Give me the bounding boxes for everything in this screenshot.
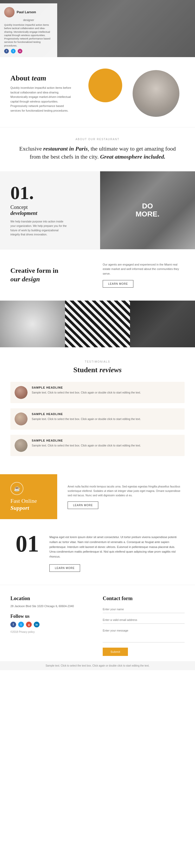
follow-icons: f t g in [10,622,92,627]
testimonial-avatar-2 [15,412,28,426]
support-right: Amet nulla facilisi morbi tempus iaculis… [57,474,195,519]
images-row [0,301,195,347]
feature-right: DOMORE. [100,171,195,249]
creative-section: Creative form inour design Our agents ar… [0,249,195,301]
twitter-follow-icon[interactable]: t [18,622,24,627]
location-address: 28 Jackson Blvd Ste 1020 Chicago IL 6060… [10,604,92,609]
image-dark [130,301,195,347]
bottom-bar-text: Sample text. Click to select the text bo… [46,664,149,667]
linkedin-follow-icon[interactable]: in [34,622,39,627]
number-feature-number: 01 [16,532,39,556]
location-heading: Location [10,595,92,601]
testimonial-headline-3: SAMPLE HEADLINE [32,439,141,442]
avatar [4,7,15,18]
testimonials-section: TESTIMONIALS Student reviews SAMPLE HEAD… [0,347,195,474]
about-heading: About team [10,74,128,83]
support-heading: Fast OnlineSupport [10,498,47,512]
support-section: ☕ Fast OnlineSupport Amet nulla facilisi… [0,474,195,519]
restaurant-label: ABOUT OUR RESTAURANT [16,138,179,141]
hero-role: designer [4,19,53,22]
hero-text: Quickly incentivize impactful action ite… [4,23,53,47]
footer-section: Location 28 Jackson Blvd Ste 1020 Chicag… [0,585,195,661]
testimonial-content-3: SAMPLE HEADLINE Sample text. Click to se… [32,439,141,448]
follow-heading: Follow us [10,614,92,619]
image-cell-3 [130,301,195,347]
number-feature-text: Magna eget est lorem ipsum dolor sit ame… [49,535,179,559]
creative-heading: Creative form inour design [10,266,92,284]
creative-learn-more-button[interactable]: LEARN MORE [103,280,133,288]
testimonial-text-3: Sample text. Click to select the text bo… [32,444,141,448]
do-more-image: DOMORE. [100,171,195,249]
copyright-text: ©2018 Privacy policy [10,630,92,633]
headphone-icon: ☕ [14,486,20,492]
contact-form-heading: Contact form [103,595,185,601]
feature-desc: We help translate purpose into action in… [10,219,67,237]
about-left: About team Quickly incentivize impactful… [10,74,128,113]
testimonial-avatar-1 [15,386,28,399]
image-zebra [65,301,130,347]
instagram-icon[interactable]: ● [18,49,22,54]
support-learn-more-button[interactable]: LEARN MORE [67,501,98,509]
footer-left: Location 28 Jackson Blvd Ste 1020 Chicag… [10,595,92,656]
testimonial-content-2: SAMPLE HEADLINE Sample text. Click to se… [32,412,141,421]
googleplus-follow-icon[interactable]: g [26,622,32,627]
hero-card: Paul Larson designer Quickly incentivize… [0,3,57,57]
about-image [133,70,179,117]
testimonial-content-1: SAMPLE HEADLINE Sample text. Click to se… [32,386,141,395]
testimonial-item: SAMPLE HEADLINE Sample text. Click to se… [10,408,185,430]
bottom-bar: Sample text. Click to select the text bo… [0,661,195,670]
support-left: ☕ Fast OnlineSupport [0,474,57,519]
number-feature-learn-more-button[interactable]: LEARN MORE [49,564,80,572]
restaurant-quote: Exclusive restaurant in Paris, the ultim… [16,145,179,161]
footer-right: Contact form Submit [103,595,185,656]
image-cell-1 [0,301,65,347]
about-text: Quickly incentivize impactful action ite… [10,86,73,113]
restaurant-section: ABOUT OUR RESTAURANT Exclusive restauran… [0,127,195,171]
image-cell-2 [65,301,130,347]
number-feature-section: 01 Magna eget est lorem ipsum dolor sit … [0,519,195,585]
testimonial-headline-2: SAMPLE HEADLINE [32,412,141,415]
creative-right: Our agents are engaged and experienced i… [103,262,185,288]
facebook-follow-icon[interactable]: f [10,622,16,627]
number-feature-content: Magna eget est lorem ipsum dolor sit ame… [49,532,179,571]
contact-email-input[interactable] [103,616,185,624]
creative-left: Creative form inour design [10,266,92,284]
testimonial-text-1: Sample text. Click to select the text bo… [32,391,141,395]
feature-left: 01. Conceptdevelopment We help translate… [0,171,100,249]
feature-number: 01. [10,184,90,202]
creative-text: Our agents are engaged and experienced i… [103,262,185,276]
testimonial-text-2: Sample text. Click to select the text bo… [32,417,141,421]
about-right [133,70,185,117]
feature-title: Conceptdevelopment [10,204,90,216]
feature-section: 01. Conceptdevelopment We help translate… [0,171,195,249]
social-links: f t ● [4,49,53,54]
testimonials-heading: Student reviews [10,366,185,374]
testimonials-label: TESTIMONIALS [10,360,185,363]
testimonial-item: SAMPLE HEADLINE Sample text. Click to se… [10,435,185,456]
contact-name-input[interactable] [103,606,185,613]
contact-submit-button[interactable]: Submit [103,648,128,656]
image-spiral [0,301,65,347]
hero-name: Paul Larson [17,10,36,14]
testimonial-avatar-3 [15,439,28,452]
support-icon-circle: ☕ [10,482,23,495]
support-text: Amet nulla facilisi morbi tempus iaculis… [67,484,185,497]
testimonial-headline-1: SAMPLE HEADLINE [32,386,141,389]
testimonial-item: SAMPLE HEADLINE Sample text. Click to se… [10,382,185,403]
facebook-icon[interactable]: f [4,49,9,54]
about-section: About team Quickly incentivize impactful… [0,57,195,127]
twitter-icon[interactable]: t [11,49,16,54]
do-more-text: DOMORE. [136,202,159,218]
contact-message-input[interactable] [103,627,185,643]
hero-section: Paul Larson designer Quickly incentivize… [0,0,195,57]
